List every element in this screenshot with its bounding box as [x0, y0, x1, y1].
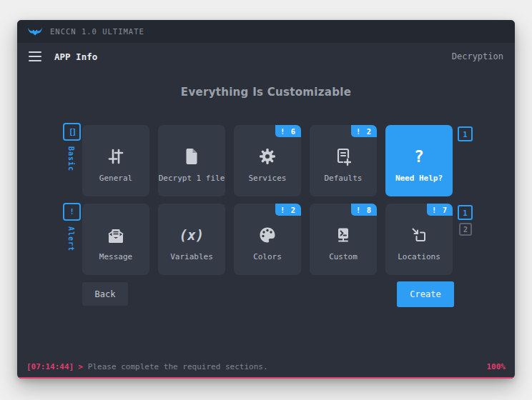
app-window: ENCCN 1.0 ULTIMATE APP Info Decryption E…: [17, 20, 515, 379]
page-indicator-row1-1[interactable]: 1: [458, 126, 473, 141]
bat-logo-icon: [27, 26, 43, 36]
titlebar: ENCCN 1.0 ULTIMATE: [17, 20, 515, 43]
card-colors[interactable]: ! 2 Colors: [234, 204, 301, 275]
card-label: Colors: [253, 252, 282, 261]
card-defaults[interactable]: ! 2 Defaults: [310, 125, 377, 196]
envelope-icon: [106, 222, 126, 248]
alert-section-marker: !: [63, 203, 81, 221]
progress-percentage: 100%: [487, 362, 506, 371]
app-title: ENCCN 1.0 ULTIMATE: [50, 27, 144, 36]
page-indicator-row2-1[interactable]: 1: [458, 205, 473, 220]
card-label: General: [99, 174, 132, 183]
status-bar: [07:14:44] > Please complete the require…: [17, 358, 515, 379]
card-label: Decrypt 1 file: [159, 174, 225, 183]
file-icon: [182, 144, 202, 169]
page-title: APP Info: [54, 51, 97, 62]
card-label: Locations: [398, 252, 440, 261]
alert-count-badge: ! 2: [351, 125, 377, 137]
basic-section-marker: []: [63, 123, 81, 141]
basic-section-label: Basic: [67, 146, 75, 171]
card-need-help[interactable]: ? Need Help?: [385, 125, 453, 196]
status-message: Please complete the required sections.: [88, 362, 268, 371]
palette-icon: [257, 222, 277, 248]
card-services[interactable]: ! 6 Services: [234, 125, 301, 196]
sliders-icon: [106, 144, 126, 169]
card-label: Services: [249, 174, 287, 183]
contract-arrows-icon: [409, 222, 429, 248]
alert-count-badge: ! 7: [427, 204, 453, 216]
card-label: Need Help?: [395, 174, 443, 183]
terminal-icon: [333, 222, 353, 248]
create-button[interactable]: Create: [397, 281, 454, 307]
file-plus-icon: [333, 144, 353, 169]
card-label: Variables: [170, 252, 213, 261]
desktop-background: ENCCN 1.0 ULTIMATE APP Info Decryption E…: [0, 0, 532, 400]
card-label: Defaults: [325, 174, 363, 183]
back-button[interactable]: Back: [82, 282, 128, 306]
hamburger-menu-icon[interactable]: [29, 51, 43, 61]
card-decrypt-file[interactable]: Decrypt 1 file: [158, 125, 225, 196]
alert-section-label: Alert: [67, 226, 75, 251]
gear-icon: [257, 144, 277, 169]
page-indicator-row2-2[interactable]: 2: [459, 223, 472, 236]
status-prompt: >: [78, 362, 83, 371]
card-variables[interactable]: (x) Variables: [158, 204, 225, 275]
alert-count-badge: ! 2: [275, 204, 301, 216]
header: APP Info Decryption: [17, 43, 515, 70]
card-label: Message: [99, 252, 132, 261]
mode-label: Decryption: [452, 51, 503, 61]
card-custom[interactable]: ! 8 Custom: [310, 204, 377, 275]
alert-count-badge: ! 8: [351, 204, 377, 216]
main-heading: Everything Is Customizable: [17, 86, 515, 99]
card-label: Custom: [329, 252, 358, 261]
status-timestamp: [07:14:44]: [26, 362, 74, 371]
card-message[interactable]: Message: [82, 204, 149, 275]
variables-icon: (x): [179, 222, 204, 248]
card-general[interactable]: General: [82, 125, 149, 196]
question-icon: ?: [414, 144, 424, 169]
card-locations[interactable]: ! 7 Locations: [385, 204, 453, 275]
alert-count-badge: ! 6: [275, 125, 301, 137]
